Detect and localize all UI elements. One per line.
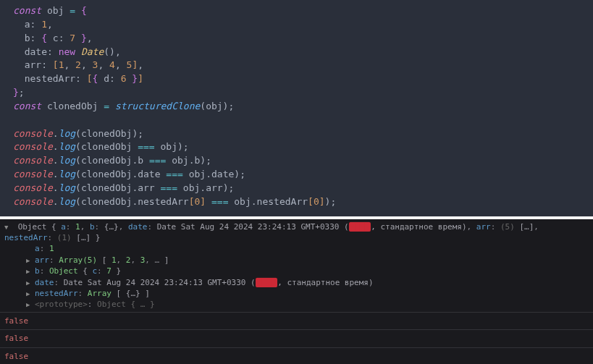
console-object-expansion: a: 1 ▶arr: Array(5) [ 1, 2, 3, … ] ▶b: O… — [4, 243, 589, 310]
code-line: const obj = { — [13, 4, 580, 18]
code-line: console.log(clonedObj); — [13, 127, 580, 141]
code-line: const clonedObj = structuredClone(obj); — [13, 100, 580, 114]
code-line: b: { c: 7 }, — [13, 32, 580, 46]
code-line: console.log(clonedObj.arr === obj.arr); — [13, 182, 580, 195]
redacted-text: ████ — [256, 278, 278, 287]
console-output: ▼ Object { a: 1, b: {…}, date: Date Sat … — [0, 219, 593, 364]
expand-toggle-icon[interactable]: ▶ — [26, 289, 35, 299]
console-prop-row[interactable]: a: 1 — [26, 243, 589, 254]
console-prop-row[interactable]: ▶b: Object { c: 7 } — [26, 266, 589, 276]
expand-toggle-icon[interactable]: ▼ — [4, 223, 13, 232]
code-editor: const obj = { a: 1, b: { c: 7 }, date: n… — [0, 0, 593, 216]
code-line: console.log(clonedObj === obj); — [13, 140, 580, 154]
code-line: console.log(clonedObj.date === obj.date)… — [13, 168, 580, 182]
code-line — [13, 114, 580, 127]
expand-toggle-icon[interactable]: ▶ — [26, 300, 35, 310]
console-log-false: false — [0, 348, 593, 364]
expand-toggle-icon[interactable]: ▶ — [26, 279, 35, 288]
code-line: nestedArr: [{ d: 6 }] — [13, 72, 580, 86]
console-log-object[interactable]: ▼ Object { a: 1, b: {…}, date: Date Sat … — [0, 219, 593, 313]
code-line: date: new Date(), — [13, 46, 580, 59]
expand-toggle-icon[interactable]: ▶ — [26, 256, 35, 266]
code-line: console.log(clonedObj.b === obj.b); — [13, 154, 580, 168]
console-log-false: false — [0, 330, 593, 347]
code-line: console.log(clonedObj.nestedArr[0] === o… — [13, 195, 580, 209]
console-prop-row[interactable]: ▶<prototype>: Object { … } — [26, 299, 589, 310]
redacted-text: ████ — [349, 222, 371, 232]
expand-toggle-icon[interactable]: ▶ — [26, 267, 35, 276]
console-prop-row[interactable]: ▶date: Date Sat Aug 24 2024 23:24:13 GMT… — [26, 277, 589, 288]
console-prop-row[interactable]: ▶nestedArr: Array [ {…} ] — [26, 288, 589, 299]
console-log-false: false — [0, 313, 593, 330]
code-line: a: 1, — [13, 18, 580, 32]
console-prop-row[interactable]: ▶arr: Array(5) [ 1, 2, 3, … ] — [26, 255, 589, 266]
code-line: }; — [13, 86, 580, 100]
code-line: arr: [1, 2, 3, 4, 5], — [13, 59, 580, 72]
